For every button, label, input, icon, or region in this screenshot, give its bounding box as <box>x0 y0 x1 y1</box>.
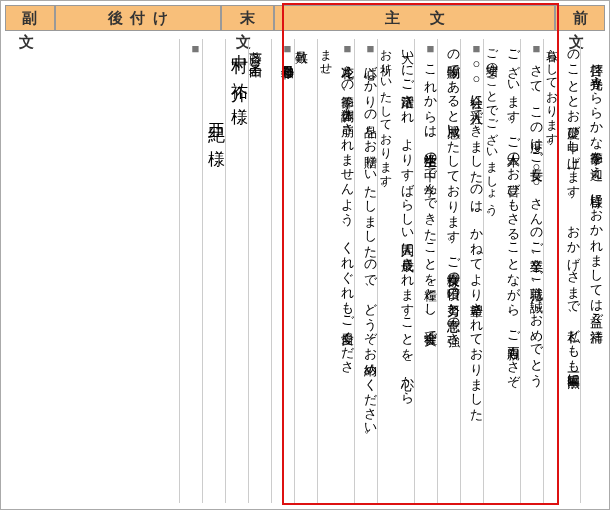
line-12-text: 心ばかりの品をお贈りいたしましたので、どうぞお納めください。 <box>363 56 378 442</box>
header-atozuke: 後付け <box>55 5 221 31</box>
line-7: ■○○会社に入社できましたのは、かねてより希望されておりました <box>461 39 483 503</box>
bullet-icon: ■ <box>280 41 295 56</box>
line-4: ■さて、この度はご長女○○さんのご卒業、ご就職、誠におめでとう <box>521 39 543 503</box>
bullet-icon: ■ <box>529 41 544 56</box>
header-fukubun: 副文 <box>5 5 55 31</box>
date-line: ■令和〇年〇月〇日 <box>272 39 294 503</box>
line-2: のこととお慶び申し上げます。 おかげさまで、私どもも一同無事に <box>558 39 580 503</box>
line-3: 暮らしております。 <box>544 39 558 503</box>
line-13: ■花冷えの季節、体調を崩されませんよう、くれぐれもご自愛くださ <box>332 39 354 503</box>
line-1: 拝啓 春光うららかな季節を迎え、皆様におかれましては益々ご清祥 <box>581 39 603 503</box>
bullet-icon: ■ <box>469 41 484 56</box>
bullet-icon: ■ <box>363 41 378 56</box>
line-9-text: これからは、学生生活の中で学んできたことを糧とし、実社会で <box>423 56 438 337</box>
line-8: の賜物であると感服いたしております。ご長女様の日頃の努力と意志の強さ <box>438 39 460 503</box>
header-shubun: 主 文 <box>274 5 555 31</box>
recipient-name-2: 亜紀 様 <box>203 39 225 503</box>
line-10: 大いにご活躍され、よりすばらしい人間に成長されますことを、心から <box>392 39 414 503</box>
line-5: ございます。ご本人のお喜びもさることながら、ご両親もさぞ <box>498 39 520 503</box>
sender-name: 斉藤 由希子 <box>249 39 271 503</box>
fukubun-marker: ■ <box>180 39 202 503</box>
closing-word: 敬具 <box>295 39 317 503</box>
bullet-icon: ■ <box>188 41 203 56</box>
line-11: お祈りいたしております。 <box>378 39 392 503</box>
bullet-icon: ■ <box>423 41 438 56</box>
empty-col <box>165 39 179 503</box>
header-zenbun: 前 文 <box>555 5 605 31</box>
recipient-name-1: 中村 祐介 様 <box>226 39 248 503</box>
line-7-text: ○○会社に入社できましたのは、かねてより希望されておりました <box>469 56 484 414</box>
line-9: ■これからは、学生生活の中で学んできたことを糧とし、実社会で <box>415 39 437 503</box>
line-14: ませ。 <box>318 39 332 503</box>
line-13-text: 花冷えの季節、体調を崩されませんよう、くれぐれもご自愛くださ <box>340 56 355 367</box>
bullet-icon: ■ <box>340 41 355 56</box>
line-12: ■心ばかりの品をお贈りいたしましたので、どうぞお納めください。 <box>355 39 377 503</box>
header-matsubun: 末文 <box>221 5 274 31</box>
line-6: ご安堵のことでございましょう。 <box>484 39 498 503</box>
letter-body: 拝啓 春光うららかな季節を迎え、皆様におかれましては益々ご清祥 のこととお慶び申… <box>1 35 609 509</box>
section-headers: 副文 後付け 末文 主 文 前 文 <box>5 5 605 31</box>
line-4-text: さて、この度はご長女○○さんのご卒業、ご就職、誠におめでとう <box>529 56 544 380</box>
